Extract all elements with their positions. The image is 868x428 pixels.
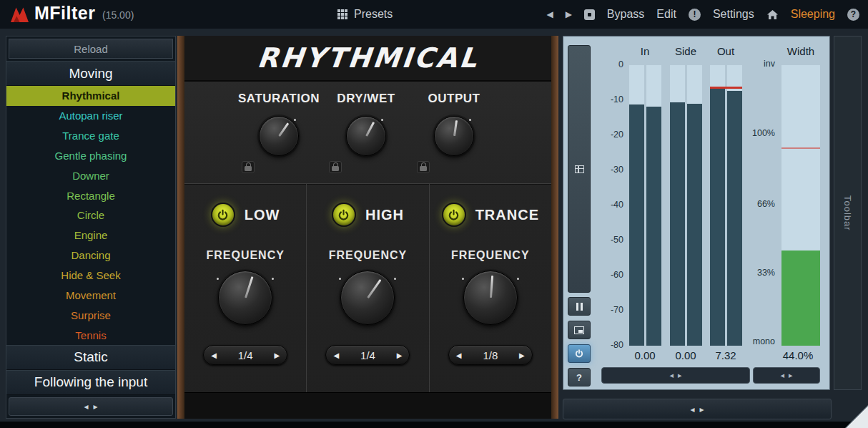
frequency-stepper[interactable]: ◀ 1/8 ▶ (448, 345, 533, 365)
preset-title: RHYTHMICAL (255, 42, 480, 74)
step-left-icon[interactable]: ◀ (211, 351, 217, 359)
drywet-knob[interactable] (346, 116, 386, 156)
step-value: 1/8 (483, 349, 498, 361)
pause-icon (576, 303, 583, 311)
scroll-right-icon[interactable]: ▸ (94, 402, 98, 412)
reload-button[interactable]: Reload (9, 39, 173, 59)
help-icon[interactable]: ? (847, 9, 859, 21)
plugin-window: MFilter (15.00) Presets ◀ ▶ Bypass Edit … (0, 0, 868, 428)
step-left-icon[interactable]: ◀ (456, 351, 462, 359)
saturation-knob[interactable] (259, 116, 299, 156)
step-right-icon[interactable]: ▶ (519, 351, 525, 359)
scroll-left-icon[interactable]: ◂ (669, 371, 674, 380)
power-button[interactable] (211, 203, 235, 227)
band-high: HIGH FREQUENCY ◀ 1/4 ▶ (306, 184, 428, 393)
frequency-label: FREQUENCY (430, 249, 551, 262)
melda-logo-icon[interactable] (10, 6, 29, 26)
presets-label: Presets (354, 8, 393, 21)
bypass-button[interactable]: Bypass (607, 8, 644, 21)
presets-button[interactable]: Presets (337, 0, 393, 29)
band-low: LOW FREQUENCY ◀ 1/4 ▶ (184, 184, 306, 393)
preset-banner: RHYTHMICAL (184, 36, 551, 82)
width-scrollbar[interactable]: ◂ ▸ (753, 367, 820, 384)
preset-item[interactable]: Hide & Seek (6, 266, 175, 286)
db-scale-label: -10 (595, 94, 623, 104)
pause-button[interactable] (568, 297, 591, 316)
frequency-stepper[interactable]: ◀ 1/4 ▶ (325, 345, 410, 365)
preset-item[interactable]: Autopan riser (6, 106, 175, 126)
preset-group-header[interactable]: Following the input (6, 370, 175, 395)
preset-group-header[interactable]: Static (6, 345, 175, 370)
lock-icon[interactable] (329, 161, 342, 173)
step-right-icon[interactable]: ▶ (274, 351, 280, 359)
output-label: OUTPUT (411, 92, 497, 106)
db-scale: 0-10-20-30-40-50-60-70-80 (595, 65, 625, 346)
power-button[interactable] (442, 203, 466, 227)
settings-button[interactable]: Settings (713, 8, 754, 21)
preset-item[interactable]: Engine (6, 225, 175, 245)
band-trance: TRANCE FREQUENCY ◀ 1/8 ▶ (429, 184, 551, 393)
scroll-right-icon[interactable]: ▸ (700, 404, 704, 414)
random-preset-icon[interactable] (584, 9, 595, 20)
step-left-icon[interactable]: ◀ (333, 351, 339, 359)
home-icon[interactable] (766, 9, 779, 20)
scroll-left-icon[interactable]: ◂ (780, 371, 784, 380)
presets-grid-icon (337, 9, 347, 19)
resize-handle[interactable] (845, 405, 868, 428)
preset-group-header[interactable]: Moving (6, 61, 175, 86)
meter-mode-strip[interactable] (568, 45, 591, 293)
db-scale-label: -50 (595, 235, 623, 245)
scroll-right-icon[interactable]: ▸ (678, 371, 682, 380)
step-value: 1/4 (238, 349, 253, 361)
db-scale-label: -30 (595, 165, 623, 175)
app-title[interactable]: MFilter (34, 3, 95, 24)
out-meter (710, 65, 742, 346)
sidebar-scrollbar[interactable]: ◂ ▸ (9, 397, 173, 416)
popup-window-button[interactable] (568, 321, 591, 339)
preset-item[interactable]: Gentle phasing (6, 146, 175, 166)
width-peak-indicator (781, 147, 820, 149)
frequency-knob[interactable] (218, 271, 272, 325)
next-preset-icon[interactable]: ▶ (566, 9, 572, 19)
saturation-label: SATURATION (236, 92, 322, 106)
lock-icon[interactable] (242, 161, 255, 173)
preset-item[interactable]: Trance gate (6, 126, 175, 146)
preset-item[interactable]: Rhythmical (6, 86, 175, 106)
prev-preset-icon[interactable]: ◀ (546, 9, 553, 19)
power-button[interactable] (332, 203, 356, 227)
bottom-scrollbar[interactable]: ◂ ▸ (563, 399, 832, 419)
meter-scrollbar[interactable]: ◂ ▸ (601, 367, 750, 384)
sleeping-status[interactable]: Sleeping (791, 8, 835, 21)
preset-item[interactable]: Surprise (6, 305, 175, 325)
meter-help-button[interactable]: ? (568, 368, 591, 386)
preset-sidebar: Reload MovingRhythmicalAutopan riserTran… (6, 36, 176, 419)
preset-item[interactable]: Downer (6, 165, 175, 185)
db-scale-label: -80 (595, 340, 623, 350)
scroll-right-icon[interactable]: ▸ (789, 371, 793, 380)
band-name: HIGH (365, 207, 404, 223)
frequency-knob[interactable] (463, 271, 518, 325)
meter-label-out: Out (697, 45, 754, 57)
frequency-knob[interactable] (340, 271, 395, 325)
frequency-stepper[interactable]: ◀ 1/4 ▶ (203, 345, 287, 365)
scroll-left-icon[interactable]: ◂ (84, 402, 88, 412)
app-version: (15.00) (102, 9, 134, 21)
meter-power-button[interactable] (568, 344, 591, 363)
panel-footer (184, 392, 551, 419)
alert-icon[interactable]: ! (689, 9, 701, 21)
preset-item[interactable]: Dancing (6, 245, 175, 266)
preset-item[interactable]: Circle (6, 205, 175, 225)
preset-item[interactable]: Movement (6, 285, 175, 305)
output-knob[interactable] (434, 116, 474, 156)
plugin-editor-surface: RHYTHMICAL SATURATION DRY/WET OUTPUT (184, 36, 551, 419)
db-scale-label: -60 (595, 270, 623, 280)
wood-trim-left (177, 36, 184, 419)
toolbar-strip[interactable]: Toolbar (834, 36, 862, 390)
lock-icon[interactable] (417, 161, 430, 173)
db-scale-label: -70 (595, 305, 623, 315)
preset-item[interactable]: Rectangle (6, 185, 175, 205)
preset-item[interactable]: Tennis (6, 325, 175, 345)
step-right-icon[interactable]: ▶ (397, 351, 403, 359)
edit-button[interactable]: Edit (656, 8, 676, 21)
scroll-left-icon[interactable]: ◂ (690, 404, 694, 414)
